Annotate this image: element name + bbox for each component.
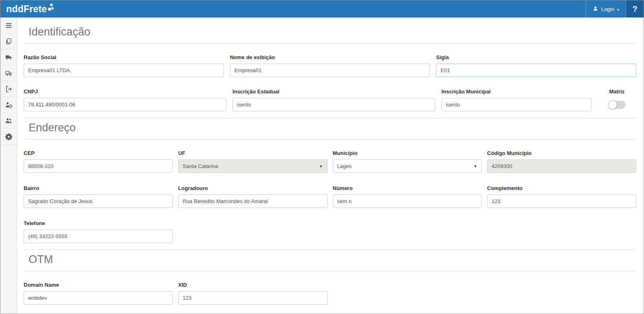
sidebar-item-users[interactable] (0, 113, 17, 129)
razao-social-input[interactable] (24, 64, 224, 77)
sidebar-item-signout[interactable] (0, 81, 17, 97)
logradouro-input[interactable] (178, 195, 328, 208)
field-municipio: Município Lages ▼ (333, 150, 482, 173)
cep-label: CEP (24, 150, 173, 156)
field-bairro: Bairro (24, 185, 173, 208)
section-title-endereco: Endereço (29, 122, 636, 134)
select-caret-icon: ▼ (319, 164, 323, 168)
brand-logo[interactable]: nddFrete (0, 0, 59, 18)
section-title-identificacao: Identificação (29, 26, 636, 38)
uf-label: UF (178, 150, 328, 156)
field-cep: CEP (24, 150, 173, 173)
user-icon (593, 6, 598, 13)
field-uf: UF Santa Catarina ▼ (178, 150, 328, 173)
section-title-otm: OTM (29, 253, 636, 266)
nome-exibicao-label: Nome de exibição (230, 54, 430, 60)
gears-icon (5, 133, 13, 141)
uf-select[interactable]: Santa Catarina ▼ (178, 159, 328, 173)
sidebar (0, 18, 17, 314)
sidebar-item-freight[interactable] (0, 49, 17, 65)
municipio-label: Município (333, 150, 482, 156)
matriz-toggle[interactable] (609, 101, 626, 109)
field-logradouro: Logradouro (178, 185, 328, 208)
numero-input[interactable] (333, 195, 482, 208)
login-label: Login (601, 6, 614, 12)
field-numero: Número (333, 185, 482, 208)
logradouro-label: Logradouro (178, 185, 328, 191)
complemento-input[interactable] (487, 195, 636, 208)
select-caret-icon: ▼ (474, 164, 477, 168)
section-divider (24, 250, 636, 250)
help-button[interactable]: ? (626, 0, 644, 18)
complemento-label: Complemento (487, 185, 636, 191)
section-divider (24, 118, 636, 118)
rule-endereco (24, 139, 636, 139)
domain-name-input[interactable] (24, 291, 173, 305)
hamburger-menu-icon (5, 22, 13, 29)
inscricao-estadual-input[interactable] (232, 98, 435, 111)
inscricao-estadual-label: Inscrição Estadual (232, 88, 435, 95)
login-menu[interactable]: Login ▾ (586, 0, 626, 18)
brand-squares-icon (48, 4, 55, 11)
sigla-label: Sigla (436, 54, 636, 60)
top-navbar: nddFrete Login ▾ ? (0, 0, 644, 18)
users-icon (5, 117, 13, 125)
codigo-municipio-input (487, 159, 636, 173)
rule-identificacao (24, 43, 636, 44)
truck-icon (5, 53, 13, 61)
xid-label: XID (178, 282, 328, 288)
field-codigo-municipio: Código Município (487, 150, 636, 173)
field-inscricao-estadual: Inscrição Estadual (232, 88, 435, 111)
sign-out-icon (5, 85, 13, 93)
app-window: nddFrete Login ▾ ? (0, 0, 644, 314)
rule-otm (24, 271, 636, 271)
sigla-input[interactable] (436, 64, 636, 77)
bairro-label: Bairro (24, 185, 173, 191)
help-label: ? (632, 4, 637, 14)
sidebar-item-settings[interactable] (0, 129, 17, 145)
field-complemento: Complemento (487, 185, 636, 208)
field-matriz: Matriz (598, 88, 636, 111)
telefone-label: Telefone (24, 220, 173, 226)
cnpj-input[interactable] (24, 98, 226, 111)
truck-document-icon (5, 69, 13, 77)
inscricao-municipal-label: Inscrição Municipal (441, 88, 591, 95)
field-domain-name: Domain Name (24, 282, 173, 305)
nome-exibicao-input[interactable] (230, 64, 430, 77)
cnpj-label: CNPJ (24, 88, 226, 95)
topbar-spacer (59, 0, 586, 18)
matriz-label: Matriz (609, 88, 625, 95)
field-razao-social: Razão Social (24, 54, 224, 77)
sidebar-item-vehicles[interactable] (0, 65, 17, 81)
numero-label: Número (333, 185, 482, 191)
telefone-input[interactable] (24, 230, 173, 243)
municipio-selected-value: Lages (337, 163, 352, 169)
chevron-down-icon: ▾ (617, 7, 619, 12)
copy-pages-icon (5, 38, 13, 45)
field-cnpj: CNPJ (24, 88, 226, 111)
xid-input[interactable] (178, 291, 328, 305)
field-inscricao-municipal: Inscrição Municipal (441, 88, 591, 111)
main-content: Identificação Razão Social Nome de exibi… (17, 18, 644, 314)
field-telefone: Telefone (24, 220, 173, 243)
sidebar-item-menu[interactable] (0, 18, 17, 33)
person-clock-icon (5, 101, 13, 109)
codigo-municipio-label: Código Município (487, 150, 636, 156)
uf-selected-value: Santa Catarina (183, 163, 218, 169)
sidebar-item-driver-journey[interactable] (0, 97, 17, 113)
field-xid: XID (178, 282, 328, 305)
sidebar-item-companies[interactable] (0, 33, 17, 49)
domain-name-label: Domain Name (24, 282, 173, 288)
cep-input[interactable] (24, 159, 173, 173)
inscricao-municipal-input[interactable] (441, 98, 591, 111)
brand-text: nddFrete (6, 4, 47, 15)
razao-social-label: Razão Social (24, 54, 224, 60)
toggle-knob (608, 100, 617, 109)
municipio-select[interactable]: Lages ▼ (333, 159, 482, 173)
bairro-input[interactable] (24, 195, 173, 208)
field-nome-exibicao: Nome de exibição (230, 54, 430, 77)
field-sigla: Sigla (436, 54, 636, 77)
